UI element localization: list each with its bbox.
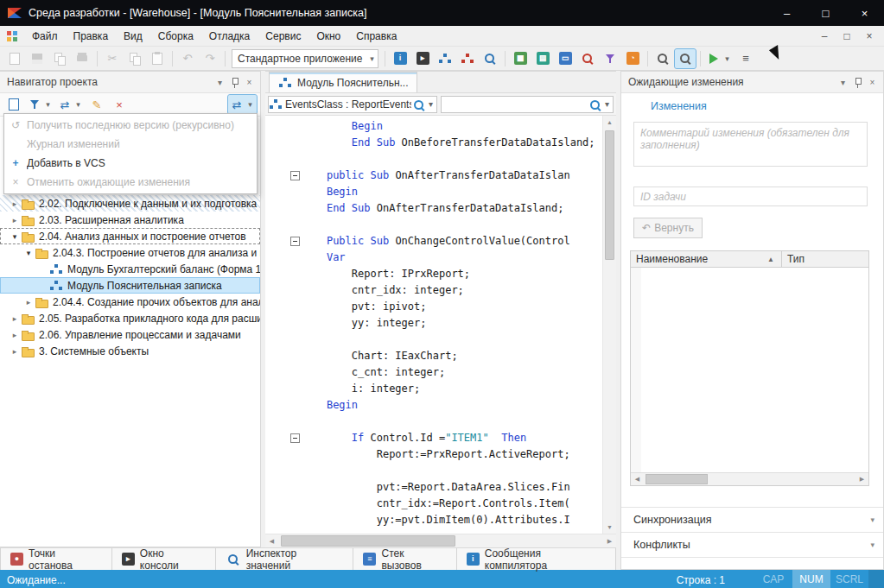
status-toggle-scrl[interactable]: SCRL: [830, 570, 868, 588]
editor-search-input[interactable]: [442, 97, 588, 112]
export-button[interactable]: [49, 49, 70, 68]
resize-grip[interactable]: [868, 570, 884, 588]
pending-pin-icon[interactable]: [850, 75, 865, 90]
changes-link[interactable]: Изменения: [651, 100, 883, 112]
close-button[interactable]: ×: [845, 0, 884, 26]
screen-search-button[interactable]: [652, 49, 673, 68]
menubar-item-build[interactable]: Сборка: [150, 27, 201, 46]
scroll-down-icon[interactable]: ▼: [603, 521, 616, 534]
editor-tab-module[interactable]: Модуль Пояснительн...: [269, 72, 417, 92]
maximize-button[interactable]: □: [806, 0, 845, 26]
vcs-button[interactable]: ⇄▾: [56, 95, 85, 114]
menubar-item-debug[interactable]: Отладка: [201, 27, 258, 46]
save-button[interactable]: [27, 49, 48, 68]
menubar-item-file[interactable]: Файл: [24, 27, 66, 46]
search-icon[interactable]: [588, 98, 601, 111]
new-document-button[interactable]: [4, 49, 25, 68]
navigator-close-icon[interactable]: ×: [242, 75, 257, 90]
value-inspector-tab[interactable]: Инспектор значений: [216, 548, 354, 570]
fold-toggle[interactable]: [288, 237, 302, 246]
copy-button[interactable]: [124, 49, 145, 68]
tree-item[interactable]: ▸3. Системные объекты: [0, 343, 260, 359]
menubar-item-help[interactable]: Справка: [348, 27, 404, 46]
help-button[interactable]: i: [390, 49, 410, 68]
scroll-up-icon[interactable]: ▲: [603, 116, 616, 129]
section-conflicts[interactable]: Конфликты ▾: [621, 532, 883, 558]
console-tab[interactable]: ▸Окно консоли: [112, 548, 216, 570]
fold-toggle[interactable]: [288, 433, 302, 443]
console-button[interactable]: ▸: [412, 49, 433, 68]
edit-button[interactable]: ✎: [86, 95, 107, 114]
configuration-combo[interactable]: Стандартное приложение▾: [232, 49, 378, 68]
object-navigator-button[interactable]: [435, 49, 455, 68]
tree-expand-icon[interactable]: ▸: [9, 199, 21, 208]
mdi-close-button[interactable]: ×: [858, 27, 881, 46]
vertical-scroll-thumb[interactable]: [605, 130, 614, 260]
filter-button[interactable]: ▾: [26, 95, 54, 114]
chevron-down-icon[interactable]: ▾: [601, 99, 613, 109]
tree-item[interactable]: ▸2.03. Расширенная аналитика: [0, 212, 260, 228]
window-search-button[interactable]: [675, 49, 696, 68]
grid-body[interactable]: [631, 268, 868, 472]
print-button[interactable]: [72, 49, 92, 68]
grid-scroll-right-icon[interactable]: ▶: [855, 474, 868, 485]
tree-expand-icon[interactable]: ▸: [9, 331, 21, 339]
change-comment-input[interactable]: [633, 122, 868, 167]
tree-expand-icon[interactable]: ▸: [9, 347, 21, 356]
pending-close-icon[interactable]: ×: [865, 75, 880, 90]
table-button[interactable]: ▦: [510, 49, 531, 68]
menu-item-add-to-vcs[interactable]: +Добавить в VCS: [4, 154, 257, 173]
tree-item[interactable]: ▸2.04.4. Создание прочих объектов для ан…: [0, 294, 260, 310]
pending-menu-icon[interactable]: ▾: [836, 75, 850, 90]
events-class-combo[interactable]: EventsClass : ReportEvents ▾: [268, 96, 437, 113]
run-button[interactable]: ▾: [705, 49, 734, 68]
menubar-item-view[interactable]: Вид: [116, 27, 150, 46]
pending-actions-menu-button[interactable]: ⇄▾: [228, 95, 257, 114]
tree-item[interactable]: Модуль Пояснительная записка: [0, 277, 260, 294]
breakpoints-tab[interactable]: ●Точки останова: [0, 548, 112, 570]
redo-button[interactable]: ↷: [200, 49, 220, 68]
horizontal-scroll-thumb[interactable]: [281, 535, 455, 547]
cut-button[interactable]: ✂: [102, 49, 123, 68]
tree-item[interactable]: ▸2.06. Управление процессами и задачами: [0, 326, 260, 343]
tree-expand-icon[interactable]: ▸: [9, 216, 21, 224]
form-button[interactable]: ▭: [555, 49, 576, 68]
find-in-code-button[interactable]: [577, 49, 598, 68]
run-settings-button[interactable]: ≡: [735, 49, 756, 68]
report-button[interactable]: ▤: [532, 49, 553, 68]
menubar-item-window[interactable]: Окно: [308, 27, 348, 46]
filter-objects-button[interactable]: [600, 49, 620, 68]
create-object-button[interactable]: [3, 95, 24, 114]
tree-item[interactable]: ▾2.04. Анализ данных и построение отчето…: [0, 228, 260, 244]
dependencies-button[interactable]: [457, 49, 478, 68]
undo-button[interactable]: ↶: [177, 49, 198, 68]
navigator-menu-icon[interactable]: ▾: [213, 75, 227, 90]
status-toggle-num[interactable]: NUM: [792, 570, 830, 588]
task-id-input[interactable]: [633, 187, 868, 206]
grid-horizontal-scrollbar[interactable]: ◀ ▶: [631, 472, 868, 485]
grid-scroll-thumb[interactable]: [646, 474, 708, 484]
scroll-right-icon[interactable]: ▶: [603, 534, 616, 547]
tree-item[interactable]: ▾2.04.3. Построение отчетов для анализа …: [0, 244, 260, 261]
revert-button[interactable]: ↶ Вернуть: [633, 218, 703, 238]
minimize-button[interactable]: –: [767, 0, 806, 26]
grid-column-type[interactable]: Тип: [782, 251, 868, 267]
menubar-item-edit[interactable]: Правка: [66, 27, 117, 46]
editor-search-box[interactable]: ▾: [441, 96, 614, 113]
scroll-left-icon[interactable]: ◀: [265, 534, 278, 547]
mdi-restore-button[interactable]: □: [836, 27, 858, 46]
paste-button[interactable]: [147, 49, 168, 68]
delete-button[interactable]: ×: [109, 95, 130, 114]
search-objects-button[interactable]: [480, 49, 500, 68]
navigator-pin-icon[interactable]: [227, 75, 242, 90]
tree-item[interactable]: ▸2.02. Подключение к данным и их подгото…: [0, 195, 260, 212]
scheduler-button[interactable]: ◔: [622, 49, 643, 68]
menubar-item-service[interactable]: Сервис: [258, 27, 308, 46]
fold-toggle[interactable]: [288, 171, 302, 180]
status-toggle-cap[interactable]: CAP: [754, 570, 792, 588]
mdi-minimize-button[interactable]: –: [813, 27, 836, 46]
editor-horizontal-scrollbar[interactable]: ◀ ▶: [265, 534, 616, 547]
code-area[interactable]: Begin End Sub OnBeforeTransferDataDataIs…: [265, 116, 602, 534]
tree-expand-icon[interactable]: ▸: [22, 298, 35, 307]
editor-vertical-scrollbar[interactable]: ▲ ▼: [602, 116, 616, 534]
